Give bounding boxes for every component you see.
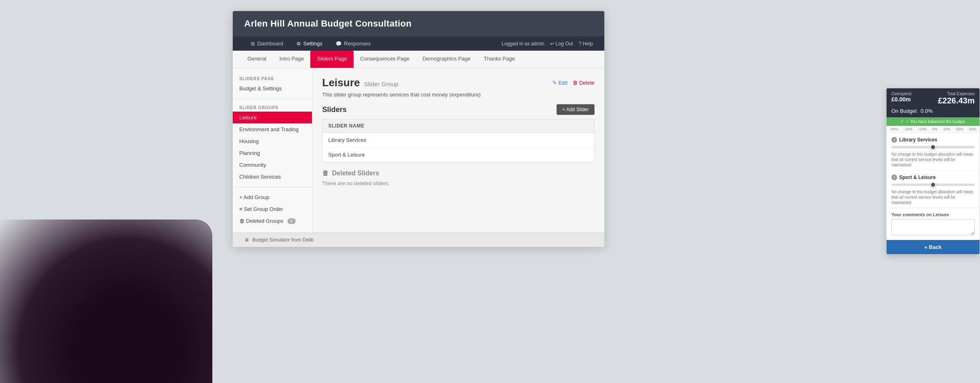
comments-label: Your comments on Leisure	[891, 212, 975, 217]
scale-label-4: 10%	[943, 127, 951, 131]
nav-dashboard[interactable]: ⊞ Dashboard	[244, 36, 290, 51]
sidebar-item-housing[interactable]: Housing	[233, 135, 312, 147]
budget-panel: Overspend £0.00m Total Expenses £226.43m…	[886, 88, 980, 255]
library-slider-note: No change to this budget allocation will…	[891, 152, 975, 168]
scale-label-2: -10%	[918, 127, 927, 131]
sidebar-divider-1	[233, 99, 312, 99]
nav-responses[interactable]: 💬 Responses	[329, 36, 377, 51]
edit-link[interactable]: ✎ Edit	[552, 80, 568, 86]
tab-demographics[interactable]: Demographics Page	[416, 51, 477, 68]
content-area: SLIDERS PAGE Budget & Settings SLIDER GR…	[233, 68, 604, 233]
sidebar-item-planning[interactable]: Planning	[233, 147, 312, 159]
add-slider-button[interactable]: + Add Slider	[557, 104, 595, 115]
on-budget-value: 0.0%	[921, 108, 933, 114]
help-link[interactable]: ? Help	[579, 41, 593, 47]
app-footer: 🖥 Budget Simulator from Delib	[233, 233, 604, 247]
slider-name-library: Library Services	[323, 133, 595, 148]
budget-simulator-icon: 🖥	[244, 237, 249, 243]
sliders-heading: Sliders + Add Slider	[322, 104, 595, 115]
sidebar-add-group[interactable]: + Add Group	[233, 191, 312, 203]
overspend-label: Overspend	[891, 92, 911, 96]
comments-input[interactable]	[891, 219, 975, 235]
sidebar-sliders-page-title: SLIDERS PAGE	[233, 74, 312, 83]
sidebar-divider-2	[233, 187, 312, 187]
page-description: This slider group represents services th…	[322, 92, 595, 98]
on-budget-label: On Budget	[891, 108, 917, 114]
sliders-title: Sliders	[322, 105, 347, 114]
action-links: ✎ Edit 🗑 Delete	[552, 80, 595, 86]
logged-in-label: Logged in as admin	[501, 41, 544, 47]
tab-bar: General Intro Page Sliders Page Conseque…	[233, 51, 604, 68]
info-icon-library: i	[891, 137, 897, 143]
total-expenses-value: £226.43m	[938, 96, 975, 105]
sidebar: SLIDERS PAGE Budget & Settings SLIDER GR…	[233, 68, 312, 233]
logout-link[interactable]: ↩ Log Out	[550, 41, 573, 47]
trash-icon: 🗑	[322, 170, 329, 177]
help-icon: ?	[579, 41, 581, 47]
grid-icon: ⊞	[251, 41, 255, 47]
check-icon: ✓	[900, 119, 904, 124]
nav-left: ⊞ Dashboard ⚙ Settings 💬 Responses	[244, 36, 377, 51]
total-expenses-label: Total Expenses	[938, 92, 975, 96]
library-slider-thumb[interactable]	[930, 144, 936, 150]
sidebar-set-group-order[interactable]: ≡ Set Group Order	[233, 203, 312, 215]
app-title: Arlen Hill Annual Budget Consultation	[244, 18, 593, 29]
background-decoration	[0, 219, 212, 383]
budget-overspend-section: Overspend £0.00m	[891, 92, 911, 105]
sidebar-deleted-groups[interactable]: 🗑 Deleted Groups 0	[233, 215, 312, 227]
info-icon-sport: i	[891, 175, 897, 180]
nav-bar: ⊞ Dashboard ⚙ Settings 💬 Responses Logge…	[233, 36, 604, 51]
sidebar-item-community[interactable]: Community	[233, 159, 312, 171]
scale-label-5: 20%	[956, 127, 963, 131]
sport-leisure-name: i Sport & Leisure	[891, 175, 975, 180]
main-window: Arlen Hill Annual Budget Consultation ⊞ …	[233, 11, 604, 247]
sidebar-item-environment[interactable]: Environment and Trading	[233, 123, 312, 135]
table-row: Library Services	[323, 133, 595, 148]
sport-slider-track[interactable]	[891, 184, 975, 186]
sliders-table: Slider Name Library Services Sport & Lei…	[322, 119, 595, 162]
footer-label: Budget Simulator from Delib	[252, 237, 314, 243]
deleted-groups-badge: 0	[287, 218, 296, 224]
sidebar-item-leisure[interactable]: Leisure	[233, 112, 312, 123]
on-budget-section: On Budget 0.0%	[886, 108, 980, 117]
sidebar-slider-groups-title: SLIDER GROUPS	[233, 103, 312, 112]
delete-link[interactable]: 🗑 Delete	[572, 80, 595, 86]
group-subtitle: Slider Group	[364, 81, 399, 87]
sport-slider-note: No change to this budget allocation will…	[891, 189, 975, 205]
budget-scale: -30% -20% -10% 0% 10% 20% 30%	[886, 126, 980, 133]
tab-general[interactable]: General	[241, 51, 273, 68]
back-button[interactable]: « Back	[886, 240, 980, 254]
main-content: Leisure Slider Group ✎ Edit 🗑 Delete Thi…	[312, 68, 604, 233]
scale-label-3: 0%	[932, 127, 938, 131]
page-heading-left: Leisure Slider Group	[322, 76, 399, 89]
budget-balanced-bar: ✓ ✓ You have balanced the budget.	[886, 117, 980, 126]
deleted-sliders-heading: 🗑 Deleted Sliders	[322, 170, 595, 177]
tab-sliders[interactable]: Sliders Page	[310, 51, 354, 68]
table-header-slider-name: Slider Name	[323, 119, 595, 133]
page-heading: Leisure Slider Group ✎ Edit 🗑 Delete	[322, 76, 595, 89]
scale-label-6: 30%	[969, 127, 976, 131]
table-row: Sport & Leisure	[323, 148, 595, 162]
budget-total-section: Total Expenses £226.43m	[938, 92, 975, 105]
tab-consequences[interactable]: Consequences Page	[354, 51, 416, 68]
scale-label-1: -20%	[904, 127, 913, 131]
responses-icon: 💬	[336, 41, 342, 47]
sport-slider-thumb[interactable]	[930, 182, 936, 188]
comments-section: Your comments on Leisure	[886, 208, 980, 240]
scale-label-0: -30%	[890, 127, 898, 131]
nav-right: Logged in as admin ↩ Log Out ? Help	[501, 41, 593, 47]
tab-intro[interactable]: Intro Page	[273, 51, 310, 68]
settings-icon: ⚙	[296, 41, 301, 47]
budget-panel-top: Overspend £0.00m Total Expenses £226.43m	[886, 88, 980, 108]
library-slider-track[interactable]	[891, 146, 975, 148]
group-name: Leisure	[322, 76, 360, 89]
sport-leisure-section: i Sport & Leisure No change to this budg…	[886, 170, 980, 208]
library-services-name: i Library Services	[891, 137, 975, 143]
tab-thanks[interactable]: Thanks Page	[477, 51, 521, 68]
deleted-sliders-note: There are no deleted sliders.	[322, 180, 595, 186]
sidebar-item-budget-settings[interactable]: Budget & Settings	[233, 83, 312, 94]
sidebar-item-children[interactable]: Children Services	[233, 171, 312, 183]
app-header: Arlen Hill Annual Budget Consultation	[233, 11, 604, 36]
overspend-value: £0.00m	[891, 96, 911, 103]
nav-settings[interactable]: ⚙ Settings	[290, 36, 329, 51]
